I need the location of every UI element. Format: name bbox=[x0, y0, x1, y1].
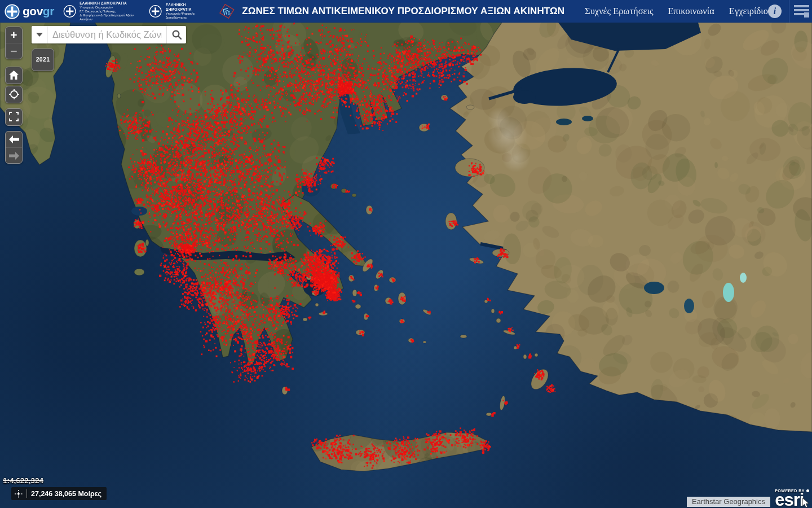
extent-nav-control bbox=[5, 131, 23, 164]
ministry-finance-line4: Δ. Εκτιμήσεων & Προσδιορισμού Αξιών Ακιν… bbox=[80, 14, 140, 21]
nav-link-faq[interactable]: Συχνές Ερωτήσεις bbox=[585, 6, 653, 17]
year-control: 2021 bbox=[32, 49, 54, 71]
search-dropdown-button[interactable] bbox=[32, 26, 48, 43]
fullscreen-button[interactable] bbox=[6, 109, 22, 124]
zoom-control: + − bbox=[5, 27, 23, 59]
chevron-down-icon bbox=[36, 33, 43, 37]
svg-text:Σ: Σ bbox=[227, 10, 231, 16]
home-icon bbox=[9, 71, 19, 80]
coordinates-value: 27,246 38,065 Μοίρες bbox=[31, 490, 102, 498]
locate-icon bbox=[9, 89, 19, 99]
ministry-finance-line1: ΕΛΛΗΝΙΚΗ ΔΗΜΟΚΡΑΤΙΑ bbox=[80, 1, 140, 6]
ministry-digital-block: ΕΛΛΗΝΙΚΗ ΔΗΜΟΚΡΑΤΙΑ Υπουργείο Ψηφιακής Δ… bbox=[149, 3, 208, 20]
arrow-right-icon bbox=[9, 152, 19, 160]
arrow-left-icon bbox=[9, 135, 19, 143]
greek-emblem-icon bbox=[149, 4, 162, 19]
info-button[interactable]: i bbox=[768, 5, 782, 18]
mouse-cursor-icon bbox=[802, 498, 811, 508]
nav-link-manual[interactable]: Εγχειρίδιο bbox=[729, 6, 768, 17]
app-header: govgr ΕΛΛΗΝΙΚΗ ΔΗΜΟΚΡΑΤΙΑ Υπουργείο Οικο… bbox=[0, 0, 812, 23]
locate-control bbox=[5, 86, 23, 103]
home-control bbox=[5, 67, 23, 84]
search-widget bbox=[32, 26, 186, 43]
govgr-logo[interactable]: govgr bbox=[5, 4, 54, 19]
esri-dot-icon bbox=[806, 489, 809, 492]
ministry-digital-line3: Διακυβέρνησης bbox=[166, 16, 208, 20]
search-submit-button[interactable] bbox=[166, 26, 186, 43]
home-button[interactable] bbox=[6, 67, 22, 82]
zoom-out-button[interactable]: − bbox=[6, 43, 22, 59]
map-scale: 1:4,622,324 bbox=[3, 476, 43, 485]
previous-extent-button[interactable] bbox=[6, 132, 22, 147]
map-canvas[interactable] bbox=[0, 23, 812, 508]
coordinates-widget: 27,246 38,065 Μοίρες bbox=[11, 487, 107, 500]
search-icon bbox=[171, 29, 182, 40]
nav-link-contact[interactable]: Επικοινωνία bbox=[668, 6, 714, 17]
coords-divider bbox=[27, 489, 27, 498]
year-2021-button[interactable]: 2021 bbox=[32, 49, 54, 69]
greek-emblem-icon bbox=[5, 4, 20, 19]
header-nav: Συχνές Ερωτήσεις Επικοινωνία Εγχειρίδιο bbox=[585, 6, 768, 17]
gsis-logo-icon: Σ bbox=[218, 2, 236, 21]
crosshair-icon[interactable] bbox=[15, 490, 23, 498]
brand-gov: gov bbox=[23, 5, 43, 18]
fullscreen-control bbox=[5, 108, 23, 126]
menu-button[interactable] bbox=[794, 5, 809, 17]
esri-wordmark: esri bbox=[775, 493, 804, 507]
fullscreen-icon bbox=[9, 112, 19, 121]
menu-icon bbox=[794, 5, 809, 7]
ministry-finance-line2: Υπουργείο Οικονομικών bbox=[80, 6, 140, 10]
ministry-digital-line1: ΕΛΛΗΝΙΚΗ ΔΗΜΟΚΡΑΤΙΑ bbox=[166, 3, 208, 12]
page-title: ΖΩΝΕΣ ΤΙΜΩΝ ΑΝΤΙΚΕΙΜΕΝΙΚΟΥ ΠΡΟΣΔΙΟΡΙΣΜΟΥ… bbox=[242, 6, 564, 17]
app-root: { "header": { "brand": {"gov": "gov", "g… bbox=[0, 0, 812, 508]
header-divider bbox=[789, 0, 789, 23]
next-extent-button[interactable] bbox=[6, 147, 22, 163]
ministry-finance-line3: Γ.Γ. Οικονομικής Πολιτικής bbox=[80, 10, 140, 14]
brand-gr: gr bbox=[43, 5, 54, 18]
ministry-digital-line2: Υπουργείο Ψηφιακής bbox=[166, 12, 208, 16]
zoom-in-button[interactable]: + bbox=[6, 27, 22, 43]
greek-emblem-icon bbox=[63, 4, 76, 19]
ministry-finance-block: ΕΛΛΗΝΙΚΗ ΔΗΜΟΚΡΑΤΙΑ Υπουργείο Οικονομικώ… bbox=[63, 1, 140, 21]
esri-logo[interactable]: POWERED BY esri bbox=[775, 489, 809, 507]
basemap-attribution: Earthstar Geographics bbox=[687, 497, 770, 507]
locate-button[interactable] bbox=[6, 86, 22, 102]
search-input[interactable] bbox=[48, 26, 166, 43]
